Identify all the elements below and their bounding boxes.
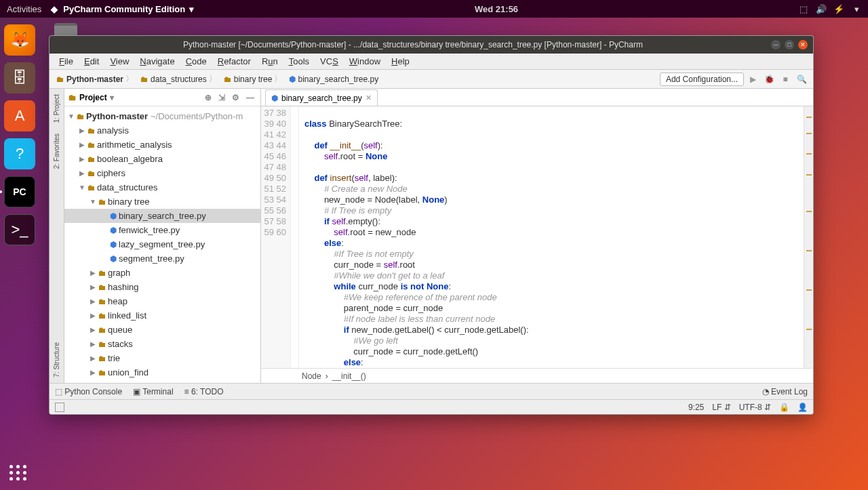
todo-button[interactable]: ≡ 6: TODO [184,387,224,396]
debug-icon[interactable]: 🐞 [764,74,774,85]
close-tab-icon[interactable]: ✕ [366,94,372,102]
battery-icon[interactable]: ⚡ [834,4,844,14]
collapse-icon[interactable]: ⇲ [216,93,227,102]
cursor-position[interactable]: 9:25 [688,403,704,412]
help-icon[interactable]: ? [4,138,35,169]
tree-item[interactable]: ⬢fenwick_tree.py [64,223,260,237]
bottom-toolbar: ⬚ Python Console ▣ Terminal ≡ 6: TODO ◔ … [50,383,813,399]
fold-gutter[interactable] [291,106,299,368]
left-tool-strip: 1: Project 2: Favorites 7: Structure [50,89,64,383]
inspection-icon[interactable]: 👤 [797,403,808,412]
overview-ruler[interactable] [804,106,813,368]
toolwin-project[interactable]: 1: Project [52,89,62,128]
volume-icon[interactable]: 🔊 [816,4,826,14]
toolwin-structure[interactable]: 7: Structure [52,337,62,383]
menu-file[interactable]: File [55,55,77,68]
add-configuration-button[interactable]: Add Configuration... [660,73,744,86]
menu-refactor[interactable]: Refactor [214,55,255,68]
menu-code[interactable]: Code [182,55,211,68]
clock[interactable]: Wed 21:56 [194,4,799,14]
tree-item[interactable]: ⬢segment_tree.py [64,251,260,266]
tree-item[interactable]: ▼🖿data_structures [64,180,260,195]
project-label[interactable]: Project [79,93,107,102]
network-icon[interactable]: ⬚ [799,4,808,14]
python-console-button[interactable]: ⬚ Python Console [55,387,122,396]
tree-item[interactable]: ▼🖿Python-master~/Documents/Python-m [64,109,260,123]
launcher: 🦊 🗄 A ? PC >_ [0,18,39,490]
titlebar[interactable]: Python-master [~/Documents/Python-master… [50,36,813,54]
tree-item[interactable]: ⬢binary_search_tree.py [64,209,260,223]
code-editor[interactable]: class BinarySearchTree: def __init__(sel… [299,106,804,368]
tree-item[interactable]: ⬢lazy_segment_tree.py [64,237,260,251]
tree-item[interactable]: ▶🖿queue [64,323,260,337]
tree-item[interactable]: ▶🖿trie [64,351,260,365]
show-apps-icon[interactable] [9,465,27,481]
crumb-ds[interactable]: 🖿data_structures〉 [138,72,220,86]
event-log-button[interactable]: ◔ Event Log [762,387,808,396]
gutter[interactable]: 37 38 39 40 41 42 43 44 45 46 47 48 49 5… [261,106,291,368]
pycharm-launcher-icon[interactable]: PC [4,176,35,207]
menu-vcs[interactable]: VCS [316,55,342,68]
activities-button[interactable]: Activities [7,4,41,14]
status-bar: 9:25 LF ⇵ UTF-8 ⇵ 🔒 👤 [50,399,813,414]
project-tree[interactable]: ▼🖿Python-master~/Documents/Python-m▶🖿ana… [64,106,260,383]
tree-item[interactable]: ▼🖿binary tree [64,195,260,209]
ubuntu-top-bar: Activities ◆ PyCharm Community Edition ▾… [0,0,868,18]
editor-breadcrumb[interactable]: Node›__init__() [261,368,813,383]
editor-area: ⬢binary_search_tree.py✕ 37 38 39 40 41 4… [261,89,813,383]
hide-icon[interactable]: — [244,93,256,102]
files-icon[interactable]: 🗄 [4,62,35,94]
software-icon[interactable]: A [4,100,35,131]
tree-item[interactable]: ▶🖿boolean_algebra [64,152,260,166]
stop-icon[interactable]: ■ [780,74,791,85]
run-icon[interactable]: ▶ [747,74,758,85]
tree-item[interactable]: ▶🖿analysis [64,123,260,138]
tree-item[interactable]: ▶🖿stacks [64,337,260,351]
firefox-icon[interactable]: 🦊 [4,24,35,56]
pycharm-icon: ◆ [50,4,59,14]
tree-item[interactable]: ▶🖿linked_list [64,308,260,323]
tree-item[interactable]: ▶🖿heap [64,294,260,308]
editor-tabs: ⬢binary_search_tree.py✕ [261,89,813,106]
menu-view[interactable]: View [106,55,133,68]
project-panel: 🖿 Project▾ ⊕ ⇲ ⚙ — ▼🖿Python-master~/Docu… [64,89,261,383]
scroll-from-source-icon[interactable]: ⊕ [203,93,214,102]
tree-item[interactable]: ▶🖿union_find [64,365,260,380]
gear-icon[interactable]: ⚙ [230,93,241,102]
power-icon[interactable]: ▾ [852,4,861,14]
crumb-root[interactable]: 🖿Python-master〉 [54,72,136,86]
crumb-bt[interactable]: 🖿binary tree〉 [221,72,285,86]
tree-item[interactable]: ▶🖿hashing [64,280,260,294]
menu-run[interactable]: Run [258,55,282,68]
menu-window[interactable]: Window [345,55,384,68]
tree-item[interactable]: ▶🖿arithmetic_analysis [64,138,260,152]
line-ending[interactable]: LF ⇵ [712,403,730,412]
menubar: File Edit View Navigate Code Refactor Ru… [50,54,813,70]
close-button[interactable]: ✕ [798,40,808,49]
terminal-icon[interactable]: >_ [4,214,35,245]
lock-icon[interactable]: 🔒 [779,403,789,412]
maximize-button[interactable]: □ [785,40,794,49]
tree-item[interactable]: ▶🖿graph [64,266,260,280]
project-icon: 🖿 [68,93,77,102]
crumb-file[interactable]: ⬢binary_search_tree.py [286,73,381,85]
project-panel-header: 🖿 Project▾ ⊕ ⇲ ⚙ — [64,89,260,106]
app-indicator[interactable]: ◆ PyCharm Community Edition ▾ [50,4,194,14]
terminal-button[interactable]: ▣ Terminal [133,387,173,396]
menu-help[interactable]: Help [387,55,414,68]
menu-navigate[interactable]: Navigate [136,55,178,68]
minimize-button[interactable]: ─ [771,40,781,49]
nav-bar: 🖿Python-master〉 🖿data_structures〉 🖿binar… [50,70,813,89]
status-indicator-icon[interactable] [55,403,64,412]
tree-item[interactable]: ▶🖿ciphers [64,166,260,180]
menu-tools[interactable]: Tools [285,55,313,68]
encoding[interactable]: UTF-8 ⇵ [739,403,771,412]
toolwin-favorites[interactable]: 2: Favorites [52,128,62,174]
menu-edit[interactable]: Edit [80,55,103,68]
tab-file[interactable]: ⬢binary_search_tree.py✕ [265,89,378,106]
window-title: Python-master [~/Documents/Python-master… [55,40,771,49]
search-icon[interactable]: 🔍 [796,74,807,85]
pycharm-window: Python-master [~/Documents/Python-master… [49,35,814,415]
